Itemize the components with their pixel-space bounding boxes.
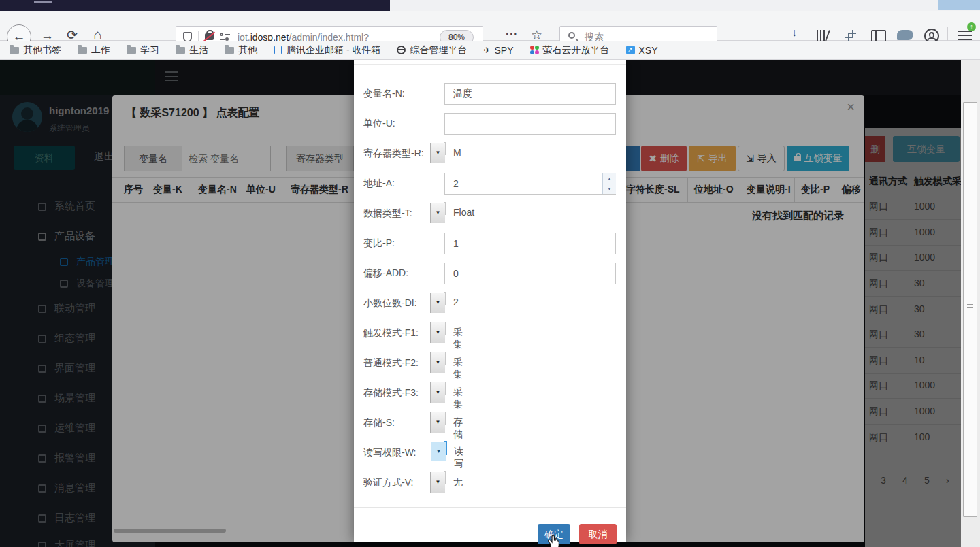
chevron-down-icon[interactable]: ▼ <box>430 352 445 373</box>
bookmark-link[interactable]: 综合管理平台 <box>397 44 467 56</box>
chevron-down-icon[interactable]: ▼ <box>430 472 445 493</box>
form-row: 普通模式-F2: 采集▼ <box>354 352 626 374</box>
form-row: 读写权限-W: 读写▼ <box>354 442 626 464</box>
field-label: 寄存器类型-R: <box>363 148 424 160</box>
window-controls-area[interactable] <box>938 0 980 10</box>
normal-mode-select[interactable]: 采集▼ <box>444 352 446 365</box>
chevron-down-icon[interactable]: ▼ <box>430 412 445 433</box>
bookmark-link[interactable]: ✈SPY <box>483 45 513 56</box>
form-row: 地址-A: ▲▼ <box>354 173 626 195</box>
register-type-select[interactable]: M▼ <box>444 142 446 155</box>
folder-icon <box>176 47 185 54</box>
chevron-down-icon[interactable]: ▼ <box>431 442 446 461</box>
address-input[interactable] <box>444 173 616 195</box>
bookmark-folder[interactable]: 其他书签 <box>10 44 61 56</box>
decimal-select[interactable]: 2▼ <box>444 292 446 305</box>
chat-icon[interactable] <box>897 30 913 40</box>
field-label: 验证方式-V: <box>363 477 413 489</box>
field-label: 读写权限-W: <box>363 447 416 459</box>
admin-page: hignton2019 系统管理员 资料 退出 系统首页 产品设备 产品管理 设… <box>0 60 980 547</box>
rw-permission-select[interactable]: 读写▼ <box>444 441 447 455</box>
field-label: 普通模式-F2: <box>363 357 419 369</box>
cancel-button[interactable]: 取消 <box>579 524 617 544</box>
number-spinner[interactable]: ▲▼ <box>602 173 615 194</box>
home-button[interactable]: ⌂ <box>93 28 102 41</box>
form-row: 验证方式-V: 无▼ <box>354 472 626 494</box>
bookmark-link[interactable]: 腾讯企业邮箱 - 收件箱 <box>274 44 380 56</box>
form-row: 触发模式-F1: 采集▼ <box>354 322 626 344</box>
chevron-down-icon[interactable]: ▼ <box>430 143 445 163</box>
chevron-down-icon[interactable]: ▼ <box>430 203 445 223</box>
bookmark-folder[interactable]: 学习 <box>127 44 159 56</box>
tab-title-hint <box>34 1 52 3</box>
browser-tab-bar <box>0 0 980 11</box>
storage-select[interactable]: 存储▼ <box>444 412 446 425</box>
form-row: 单位-U: <box>354 113 626 135</box>
bookmarks-bar: 其他书签 工作 学习 生活 其他 腾讯企业邮箱 - 收件箱 综合管理平台 ✈SP… <box>0 41 980 60</box>
trigger-mode-select[interactable]: 采集▼ <box>444 322 446 335</box>
spin-up-icon[interactable]: ▲ <box>603 173 616 184</box>
form-row: 数据类型-T: Float▼ <box>354 203 626 225</box>
form-row: 寄存器类型-R: M▼ <box>354 143 626 165</box>
offset-input[interactable] <box>444 263 616 284</box>
field-label: 变量名-N: <box>363 88 405 100</box>
tencent-mail-icon <box>274 46 282 54</box>
vertical-scrollbar[interactable] <box>961 60 980 547</box>
folder-icon <box>78 47 87 54</box>
bookmark-link[interactable]: ↗XSY <box>626 45 658 56</box>
form-row: 存储-S: 存储▼ <box>354 412 626 434</box>
page-actions-icon[interactable]: ⋯ <box>505 27 519 40</box>
ratio-input[interactable] <box>444 233 616 254</box>
spy-icon: ✈ <box>483 46 490 54</box>
field-label: 存储-S: <box>363 417 395 429</box>
field-label: 单位-U: <box>363 118 395 130</box>
field-label: 数据类型-T: <box>363 208 412 220</box>
folder-icon <box>225 47 234 54</box>
update-badge-icon[interactable]: ↑ <box>967 22 976 31</box>
scrollbar-thumb[interactable] <box>963 102 977 517</box>
data-type-select[interactable]: Float▼ <box>444 202 446 215</box>
browser-toolbar: ← → ⟳ ⌂ iot.idosp.net/admin/index.html? … <box>0 11 980 41</box>
spin-down-icon[interactable]: ▼ <box>603 184 616 194</box>
variable-name-input[interactable] <box>444 83 616 105</box>
form-row: 小数位数-DI: 2▼ <box>354 293 626 314</box>
chevron-down-icon[interactable]: ▼ <box>430 322 445 343</box>
bookmark-star-icon[interactable]: ☆ <box>531 29 542 42</box>
form-row: 存储模式-F3: 采集▼ <box>354 382 626 404</box>
mouse-cursor-hand <box>546 535 561 547</box>
divider <box>354 507 626 508</box>
folder-icon <box>127 47 136 54</box>
chevron-down-icon[interactable]: ▼ <box>430 382 445 403</box>
globe-icon <box>397 46 406 54</box>
field-label: 偏移-ADD: <box>363 267 408 280</box>
verify-mode-select[interactable]: 无▼ <box>444 471 446 484</box>
field-label: 变比-P: <box>363 237 395 250</box>
divider <box>354 64 626 65</box>
storage-mode-select[interactable]: 采集▼ <box>444 382 446 395</box>
reload-button[interactable]: ⟳ <box>67 29 78 42</box>
bookmark-folder[interactable]: 其他 <box>225 44 257 56</box>
ezviz-dots-icon <box>530 46 539 54</box>
active-tab[interactable] <box>0 0 390 11</box>
xsy-icon: ↗ <box>626 46 635 54</box>
form-row: 变比-P: <box>354 233 626 254</box>
chevron-down-icon[interactable]: ▼ <box>430 293 445 313</box>
form-row: 偏移-ADD: <box>354 263 626 284</box>
variable-edit-modal: 变量名-N: 单位-U: 寄存器类型-R: M▼ 地址-A: ▲▼ 数据类型-T… <box>354 60 626 542</box>
folder-icon <box>10 47 19 54</box>
field-label: 存储模式-F3: <box>363 387 419 399</box>
unit-input[interactable] <box>444 113 616 135</box>
bookmark-folder[interactable]: 生活 <box>176 44 208 56</box>
field-label: 小数位数-DI: <box>363 297 417 310</box>
insecure-lock-icon[interactable] <box>205 33 214 40</box>
bookmark-folder[interactable]: 工作 <box>78 44 110 56</box>
field-label: 触发模式-F1: <box>363 327 419 339</box>
form-row: 变量名-N: <box>354 83 626 105</box>
search-icon <box>568 32 575 39</box>
bookmark-link[interactable]: 萤石云开放平台 <box>530 44 610 56</box>
field-label: 地址-A: <box>363 178 395 190</box>
